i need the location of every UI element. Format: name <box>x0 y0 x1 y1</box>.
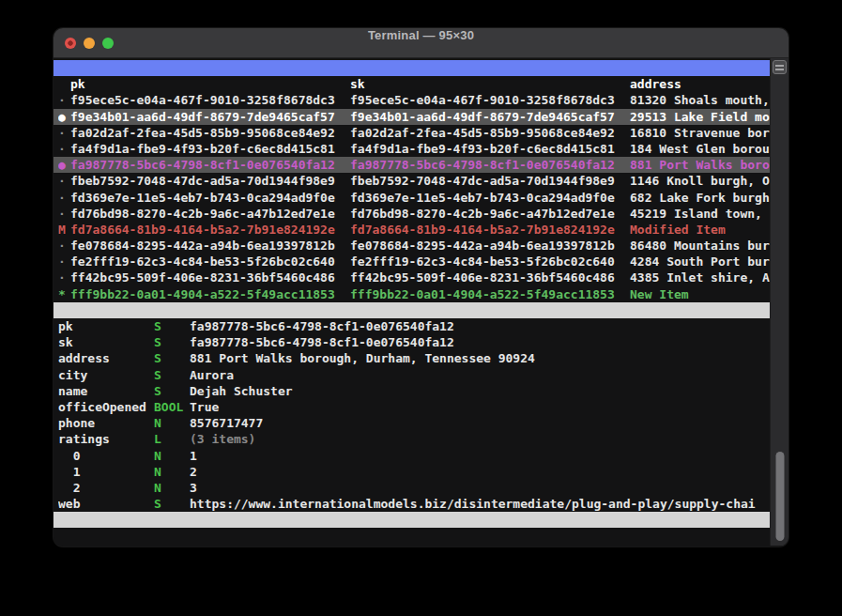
table-row[interactable]: ·fbeb7592-7048-47dc-ad5a-70d1944f98e9fbe… <box>54 173 770 189</box>
attribute-value: 2 <box>190 464 770 480</box>
attribute-key: officeOpened <box>58 399 154 415</box>
attribute-type: L <box>154 431 190 447</box>
table-title-bar: Table: business-addresses <box>54 60 770 76</box>
cell-address: 16810 Stravenue bor <box>630 125 770 141</box>
cell-pk: fff9bb22-0a01-4904-a522-5f49acc11853 <box>70 286 350 302</box>
window-title: Terminal — 95×30 <box>54 28 788 58</box>
cell-address: Modified Item <box>630 222 770 238</box>
cell-pk: fa4f9d1a-fbe9-4f93-b20f-c6ec8d415c81 <box>70 141 350 157</box>
cell-sk: fbeb7592-7048-47dc-ad5a-70d1944f98e9 <box>350 173 630 189</box>
table-row[interactable]: ·ff42bc95-509f-406e-8231-36bf5460c486ff4… <box>54 270 770 285</box>
table-row[interactable]: ·fa02d2af-2fea-45d5-85b9-95068ce84e92fa0… <box>54 125 770 141</box>
attribute-type: N <box>154 480 190 496</box>
row-marker: · <box>58 190 70 206</box>
cell-pk: fd76bd98-8270-4c2b-9a6c-a47b12ed7e1e <box>70 206 350 222</box>
cell-address: 4385 Inlet shire, A <box>630 270 770 285</box>
attribute-type: BOOL <box>154 399 190 415</box>
item-attribute-row: skSfa987778-5bc6-4798-8cf1-0e076540fa12 <box>54 334 770 350</box>
cell-pk: f9e34b01-aa6d-49df-8679-7de9465caf57 <box>70 109 350 125</box>
split-pane-button[interactable] <box>773 60 787 74</box>
row-marker: · <box>58 173 70 189</box>
item-detail-rows: pkSfa987778-5bc6-4798-8cf1-0e076540fa12s… <box>54 318 770 512</box>
terminal-body: Table: business-addresses pk sk address … <box>54 58 788 546</box>
cell-sk: fd369e7e-11e5-4eb7-b743-0ca294ad9f0e <box>350 190 630 206</box>
scrollbar-track[interactable] <box>770 58 788 546</box>
attribute-key: pk <box>58 318 154 334</box>
attribute-value: 1 <box>190 448 770 464</box>
column-header-sk: sk <box>350 76 630 92</box>
item-attribute-row: pkSfa987778-5bc6-4798-8cf1-0e076540fa12 <box>54 318 770 334</box>
row-marker: * <box>58 286 70 302</box>
row-marker: M <box>58 222 70 238</box>
cell-address: 45219 Island town, <box>630 206 770 222</box>
table-rows: ·f95ece5c-e04a-467f-9010-3258f8678dc3f95… <box>54 92 770 301</box>
attribute-value: Aurora <box>190 367 770 383</box>
table-row[interactable]: ·fd76bd98-8270-4c2b-9a6c-a47b12ed7e1efd7… <box>54 206 770 222</box>
attribute-key: 1 <box>58 464 154 480</box>
attribute-key: web <box>58 496 154 512</box>
table-row[interactable]: ●fa987778-5bc6-4798-8cf1-0e076540fa12fa9… <box>54 157 770 173</box>
cell-address: 81320 Shoals mouth, <box>630 92 770 108</box>
cell-pk: fa02d2af-2fea-45d5-85b9-95068ce84e92 <box>70 125 350 141</box>
item-attribute-row: webShttps://www.internationalmodels.biz/… <box>54 496 770 512</box>
titlebar[interactable]: Terminal — 95×30 <box>54 28 788 58</box>
column-header-row: pk sk address <box>54 76 770 92</box>
table-row[interactable]: ·fe078684-8295-442a-a94b-6ea19397812bfe0… <box>54 238 770 254</box>
table-row[interactable]: ·fd369e7e-11e5-4eb7-b743-0ca294ad9f0efd3… <box>54 190 770 206</box>
cell-address: 184 West Glen borou <box>630 141 770 157</box>
cell-address: 86480 Mountains bur <box>630 238 770 254</box>
attribute-key: name <box>58 383 154 399</box>
table-row[interactable]: ●f9e34b01-aa6d-49df-8679-7de9465caf57f9e… <box>54 109 770 125</box>
attribute-value: (3 items) <box>190 431 770 447</box>
cell-pk: fd369e7e-11e5-4eb7-b743-0ca294ad9f0e <box>70 190 350 206</box>
table-row[interactable]: ·fa4f9d1a-fbe9-4f93-b20f-c6ec8d415c81fa4… <box>54 141 770 157</box>
item-attribute-row: 2N3 <box>54 480 770 496</box>
cell-sk: f95ece5c-e04a-467f-9010-3258f8678dc3 <box>350 92 630 108</box>
attribute-type: S <box>154 367 190 383</box>
table-row[interactable]: *fff9bb22-0a01-4904-a522-5f49acc11853fff… <box>54 286 770 302</box>
attribute-value: fa987778-5bc6-4798-8cf1-0e076540fa12 <box>190 318 770 334</box>
cell-address: 29513 Lake Field mo <box>630 109 770 125</box>
item-attribute-row: addressS881 Port Walks borough, Durham, … <box>54 350 770 366</box>
results-status-bar: All results <box>54 512 770 528</box>
row-marker: ● <box>58 157 70 173</box>
attribute-type: S <box>154 496 190 512</box>
cell-pk: fbeb7592-7048-47dc-ad5a-70d1944f98e9 <box>70 173 350 189</box>
cell-sk: fa987778-5bc6-4798-8cf1-0e076540fa12 <box>350 157 630 173</box>
gutter-spacer <box>58 76 70 92</box>
item-attribute-row: ratingsL(3 items) <box>54 431 770 447</box>
terminal-window: Terminal — 95×30 Table: business-address… <box>54 28 788 547</box>
attribute-value: 881 Port Walks borough, Durham, Tennesse… <box>190 350 770 366</box>
cell-address: 1146 Knoll burgh, O <box>630 173 770 189</box>
split-pane-icon-line <box>775 69 784 70</box>
attribute-value: https://www.internationalmodels.biz/disi… <box>190 496 770 512</box>
item-attribute-row: citySAurora <box>54 367 770 383</box>
attribute-key: phone <box>58 415 154 431</box>
cell-address: 4284 South Port bur <box>630 254 770 270</box>
table-row[interactable]: Mfd7a8664-81b9-4164-b5a2-7b91e824192efd7… <box>54 222 770 238</box>
row-marker: · <box>58 125 70 141</box>
row-marker: · <box>58 206 70 222</box>
cell-sk: fe078684-8295-442a-a94b-6ea19397812b <box>350 238 630 254</box>
row-marker: · <box>58 141 70 157</box>
cell-address: New Item <box>630 286 770 302</box>
table-row[interactable]: ·fe2fff19-62c3-4c84-be53-5f26bc02c640fe2… <box>54 254 770 270</box>
cell-sk: fd76bd98-8270-4c2b-9a6c-a47b12ed7e1e <box>350 206 630 222</box>
attribute-key: city <box>58 367 154 383</box>
cell-pk: ff42bc95-509f-406e-8231-36bf5460c486 <box>70 270 350 285</box>
cell-sk: fff9bb22-0a01-4904-a522-5f49acc11853 <box>350 286 630 302</box>
item-attribute-row: officeOpenedBOOLTrue <box>54 399 770 415</box>
column-header-address: address <box>630 76 770 92</box>
attribute-key: address <box>58 350 154 366</box>
attribute-key: sk <box>58 334 154 350</box>
row-marker: · <box>58 254 70 270</box>
item-attribute-row: 1N2 <box>54 464 770 480</box>
attribute-value: 3 <box>190 480 770 496</box>
attribute-value: 8576717477 <box>190 415 770 431</box>
cell-sk: ff42bc95-509f-406e-8231-36bf5460c486 <box>350 270 630 285</box>
attribute-type: S <box>154 318 190 334</box>
attribute-key: ratings <box>58 431 154 447</box>
scrollbar-thumb[interactable] <box>775 452 784 541</box>
table-row[interactable]: ·f95ece5c-e04a-467f-9010-3258f8678dc3f95… <box>54 92 770 108</box>
attribute-type: N <box>154 415 190 431</box>
